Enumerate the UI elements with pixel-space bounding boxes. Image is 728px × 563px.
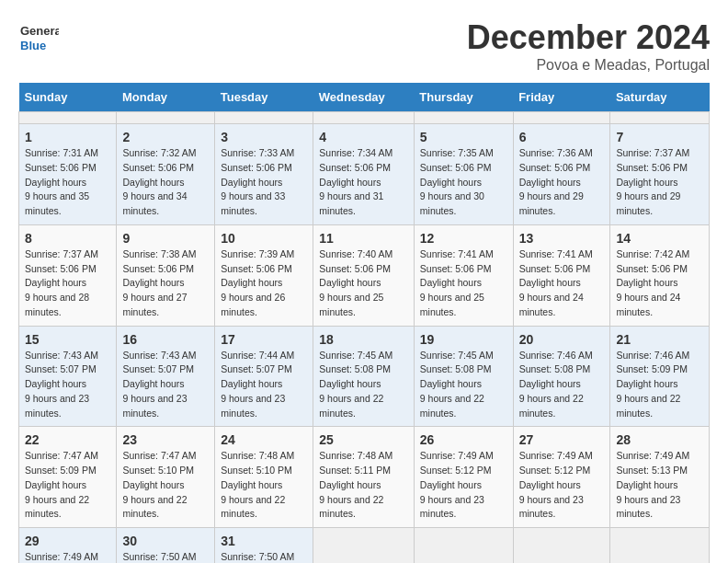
- calendar-week-row: 8 Sunrise: 7:37 AM Sunset: 5:06 PM Dayli…: [19, 224, 710, 326]
- day-detail: Sunrise: 7:48 AM Sunset: 5:11 PM Dayligh…: [319, 450, 392, 519]
- calendar-week-row: 15 Sunrise: 7:43 AM Sunset: 5:07 PM Dayl…: [19, 326, 710, 427]
- table-row: 19 Sunrise: 7:45 AM Sunset: 5:08 PM Dayl…: [414, 326, 513, 427]
- day-number: 3: [221, 130, 307, 144]
- day-number: 16: [122, 332, 209, 347]
- day-number: 1: [25, 130, 110, 144]
- page-title: December 2024: [467, 18, 710, 57]
- table-row: 22 Sunrise: 7:47 AM Sunset: 5:09 PM Dayl…: [19, 427, 117, 528]
- table-row: 9 Sunrise: 7:38 AM Sunset: 5:06 PM Dayli…: [117, 224, 215, 326]
- day-number: 10: [221, 231, 307, 246]
- table-row: 11 Sunrise: 7:40 AM Sunset: 5:06 PM Dayl…: [313, 224, 415, 326]
- day-number: 26: [420, 432, 507, 447]
- header-friday: Friday: [513, 83, 610, 112]
- day-detail: Sunrise: 7:37 AM Sunset: 5:06 PM Dayligh…: [616, 147, 689, 216]
- day-number: 30: [122, 534, 209, 548]
- day-detail: Sunrise: 7:31 AM Sunset: 5:06 PM Dayligh…: [25, 147, 98, 216]
- header-thursday: Thursday: [414, 83, 513, 112]
- day-number: 23: [122, 432, 209, 447]
- day-number: 15: [25, 332, 110, 347]
- table-row: 28 Sunrise: 7:49 AM Sunset: 5:13 PM Dayl…: [610, 427, 710, 528]
- day-number: 4: [319, 130, 408, 144]
- day-detail: Sunrise: 7:43 AM Sunset: 5:07 PM Dayligh…: [122, 350, 196, 419]
- table-row: 4 Sunrise: 7:34 AM Sunset: 5:06 PM Dayli…: [313, 124, 415, 225]
- day-number: 12: [420, 231, 507, 246]
- table-row: 31 Sunrise: 7:50 AM Sunset: 5:15 PM Dayl…: [215, 528, 313, 564]
- day-number: 17: [221, 332, 307, 347]
- header-sunday: Sunday: [19, 83, 117, 112]
- day-detail: Sunrise: 7:34 AM Sunset: 5:06 PM Dayligh…: [319, 147, 392, 216]
- table-row: 7 Sunrise: 7:37 AM Sunset: 5:06 PM Dayli…: [610, 124, 710, 225]
- table-row: 20 Sunrise: 7:46 AM Sunset: 5:08 PM Dayl…: [513, 326, 610, 427]
- day-detail: Sunrise: 7:38 AM Sunset: 5:06 PM Dayligh…: [122, 248, 196, 317]
- day-number: 7: [616, 130, 703, 144]
- table-row: 3 Sunrise: 7:33 AM Sunset: 5:06 PM Dayli…: [215, 124, 313, 225]
- calendar-week-row: 22 Sunrise: 7:47 AM Sunset: 5:09 PM Dayl…: [19, 427, 710, 528]
- table-row: 23 Sunrise: 7:47 AM Sunset: 5:10 PM Dayl…: [117, 427, 215, 528]
- table-row: [414, 528, 513, 564]
- table-row: [215, 112, 313, 124]
- day-detail: Sunrise: 7:50 AM Sunset: 5:14 PM Dayligh…: [122, 551, 196, 563]
- day-detail: Sunrise: 7:41 AM Sunset: 5:06 PM Dayligh…: [420, 248, 494, 317]
- table-row: 18 Sunrise: 7:45 AM Sunset: 5:08 PM Dayl…: [313, 326, 415, 427]
- day-number: 29: [25, 534, 110, 548]
- day-detail: Sunrise: 7:49 AM Sunset: 5:12 PM Dayligh…: [519, 450, 593, 519]
- table-row: 12 Sunrise: 7:41 AM Sunset: 5:06 PM Dayl…: [414, 224, 513, 326]
- table-row: 27 Sunrise: 7:49 AM Sunset: 5:12 PM Dayl…: [513, 427, 610, 528]
- day-detail: Sunrise: 7:45 AM Sunset: 5:08 PM Dayligh…: [319, 350, 392, 419]
- header-tuesday: Tuesday: [215, 83, 313, 112]
- day-detail: Sunrise: 7:49 AM Sunset: 5:13 PM Dayligh…: [616, 450, 689, 519]
- table-row: [313, 112, 415, 124]
- day-detail: Sunrise: 7:40 AM Sunset: 5:06 PM Dayligh…: [319, 248, 392, 317]
- table-row: [513, 528, 610, 564]
- table-row: 26 Sunrise: 7:49 AM Sunset: 5:12 PM Dayl…: [414, 427, 513, 528]
- day-number: 14: [616, 231, 703, 246]
- day-detail: Sunrise: 7:47 AM Sunset: 5:10 PM Dayligh…: [122, 450, 196, 519]
- day-detail: Sunrise: 7:35 AM Sunset: 5:06 PM Dayligh…: [420, 147, 494, 216]
- calendar-week-row: [19, 112, 710, 124]
- table-row: 8 Sunrise: 7:37 AM Sunset: 5:06 PM Dayli…: [19, 224, 117, 326]
- day-detail: Sunrise: 7:33 AM Sunset: 5:06 PM Dayligh…: [221, 147, 294, 216]
- table-row: [313, 528, 415, 564]
- day-number: 28: [616, 432, 703, 447]
- table-row: [19, 112, 117, 124]
- day-detail: Sunrise: 7:50 AM Sunset: 5:15 PM Dayligh…: [221, 551, 294, 563]
- day-number: 25: [319, 432, 408, 447]
- day-detail: Sunrise: 7:42 AM Sunset: 5:06 PM Dayligh…: [616, 248, 689, 317]
- header-monday: Monday: [117, 83, 215, 112]
- day-detail: Sunrise: 7:49 AM Sunset: 5:14 PM Dayligh…: [25, 551, 98, 563]
- day-number: 9: [122, 231, 209, 246]
- table-row: 10 Sunrise: 7:39 AM Sunset: 5:06 PM Dayl…: [215, 224, 313, 326]
- day-detail: Sunrise: 7:44 AM Sunset: 5:07 PM Dayligh…: [221, 350, 294, 419]
- table-row: [513, 112, 610, 124]
- day-number: 24: [221, 432, 307, 447]
- svg-text:General: General: [20, 24, 59, 38]
- table-row: 5 Sunrise: 7:35 AM Sunset: 5:06 PM Dayli…: [414, 124, 513, 225]
- day-number: 2: [122, 130, 209, 144]
- day-number: 20: [519, 332, 605, 347]
- table-row: 17 Sunrise: 7:44 AM Sunset: 5:07 PM Dayl…: [215, 326, 313, 427]
- day-number: 13: [519, 231, 605, 246]
- table-row: 16 Sunrise: 7:43 AM Sunset: 5:07 PM Dayl…: [117, 326, 215, 427]
- day-detail: Sunrise: 7:43 AM Sunset: 5:07 PM Dayligh…: [25, 350, 98, 419]
- day-detail: Sunrise: 7:45 AM Sunset: 5:08 PM Dayligh…: [420, 350, 494, 419]
- day-detail: Sunrise: 7:47 AM Sunset: 5:09 PM Dayligh…: [25, 450, 98, 519]
- day-number: 19: [420, 332, 507, 347]
- day-number: 22: [25, 432, 110, 447]
- day-number: 27: [519, 432, 605, 447]
- logo-svg: General Blue: [18, 18, 59, 59]
- header-wednesday: Wednesday: [313, 83, 415, 112]
- day-number: 21: [616, 332, 703, 347]
- day-detail: Sunrise: 7:36 AM Sunset: 5:06 PM Dayligh…: [519, 147, 593, 216]
- svg-text:Blue: Blue: [20, 39, 46, 52]
- day-number: 8: [25, 231, 110, 246]
- table-row: 21 Sunrise: 7:46 AM Sunset: 5:09 PM Dayl…: [610, 326, 710, 427]
- day-detail: Sunrise: 7:39 AM Sunset: 5:06 PM Dayligh…: [221, 248, 294, 317]
- table-row: 24 Sunrise: 7:48 AM Sunset: 5:10 PM Dayl…: [215, 427, 313, 528]
- day-number: 31: [221, 534, 307, 548]
- table-row: 1 Sunrise: 7:31 AM Sunset: 5:06 PM Dayli…: [19, 124, 117, 225]
- table-row: [117, 112, 215, 124]
- table-row: 25 Sunrise: 7:48 AM Sunset: 5:11 PM Dayl…: [313, 427, 415, 528]
- day-number: 5: [420, 130, 507, 144]
- page-header: General Blue December 2024 Povoa e Meada…: [18, 18, 710, 74]
- calendar-header-row: Sunday Monday Tuesday Wednesday Thursday…: [19, 83, 710, 112]
